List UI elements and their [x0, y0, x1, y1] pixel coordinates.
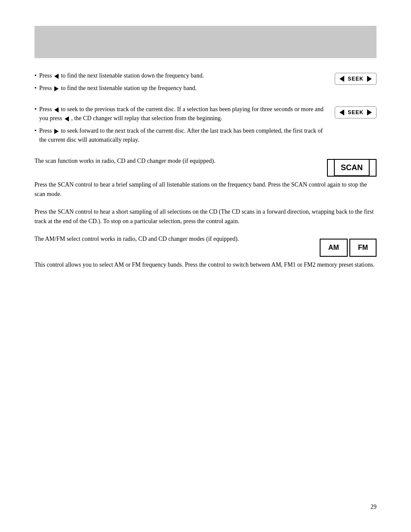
seek-diagram-2: SEEK [335, 105, 377, 118]
press-label: Press [39, 106, 52, 112]
page-container: • Press to find the next listenable stat… [0, 0, 411, 532]
press-label: Press [39, 85, 52, 91]
header-bar [34, 26, 377, 58]
scan-label: SCAN [334, 159, 370, 176]
bullet2-text: to find the next listenable station up t… [61, 85, 196, 91]
list-item: • Press to find the next listenable stat… [34, 71, 326, 80]
seek-left-arrow-icon [339, 109, 344, 115]
amfm-buttons: AM FM [320, 239, 377, 257]
seek-diagram-1: SEEK [335, 71, 377, 85]
amfm-para: This control allows you to select AM or … [34, 260, 377, 270]
scan-button: SCAN [327, 159, 377, 177]
seek-radio-text: • Press to find the next listenable stat… [34, 71, 326, 96]
press-label: Press [39, 72, 52, 79]
bullet-dot: • [34, 126, 37, 135]
seek-right-arrow-icon [367, 109, 372, 115]
seek-radio-section: • Press to find the next listenable stat… [34, 71, 377, 96]
arrow-left-icon [54, 107, 59, 112]
seek-label: SEEK [348, 76, 364, 82]
amfm-diagram-col: AM FM [320, 234, 377, 257]
seek-button-diagram: SEEK [335, 73, 377, 85]
bullet-content: Press to seek forward to the next track … [39, 126, 326, 144]
scan-diagram-col: SCAN [327, 156, 377, 177]
scan-section: The scan function works in radio, CD and… [34, 156, 377, 177]
seek-label-2: SEEK [348, 109, 364, 115]
seek-left-arrow-icon [339, 76, 344, 82]
bullet1-text: to find the next listenable station down… [61, 72, 204, 79]
bullet-dot: • [34, 105, 37, 114]
amfm-section: The AM/FM select control works in radio,… [34, 234, 377, 257]
amfm-intro-paragraph: The AM/FM select control works in radio,… [34, 234, 307, 244]
amfm-intro-text: The AM/FM select control works in radio,… [34, 234, 307, 244]
list-item: • Press to find the next listenable stat… [34, 84, 326, 93]
bullet-content: Press to seek to the previous track of t… [39, 105, 326, 123]
press-label: Press [39, 128, 52, 134]
scan-intro-paragraph: The scan function works in radio, CD and… [34, 156, 314, 166]
seek-cd-section: • Press to seek to the previous track of… [34, 105, 377, 148]
scan-para-1: Press the SCAN control to hear a brief s… [34, 180, 377, 199]
seek-cd-text: • Press to seek to the previous track of… [34, 105, 326, 148]
list-item: • Press to seek to the previous track of… [34, 105, 326, 123]
bullet-content: Press to find the next listenable statio… [39, 71, 326, 80]
seek-cd-bullets: • Press to seek to the previous track of… [34, 105, 326, 144]
bullet-content: Press to find the next listenable statio… [39, 84, 326, 93]
seek-radio-bullets: • Press to find the next listenable stat… [34, 71, 326, 93]
bullet-dot: • [34, 84, 37, 93]
arrow-right-icon [54, 86, 59, 91]
am-button[interactable]: AM [320, 239, 348, 257]
bullet2-text: to seek forward to the next track of the… [39, 128, 323, 143]
scan-intro-text: The scan function works in radio, CD and… [34, 156, 314, 166]
bullet1-text2: , the CD changer will replay that select… [71, 115, 222, 121]
seek-right-arrow-icon [367, 76, 372, 82]
seek-button-diagram-2: SEEK [335, 106, 377, 118]
scan-para-2: Press the SCAN control to hear a short s… [34, 207, 377, 227]
arrow-right-icon [54, 129, 59, 134]
arrow-left-icon [54, 74, 59, 79]
fm-button[interactable]: FM [349, 239, 377, 257]
list-item: • Press to seek forward to the next trac… [34, 126, 326, 144]
bullet-dot: • [34, 71, 37, 80]
arrow-left-icon [65, 116, 69, 121]
page-number: 29 [371, 504, 377, 510]
